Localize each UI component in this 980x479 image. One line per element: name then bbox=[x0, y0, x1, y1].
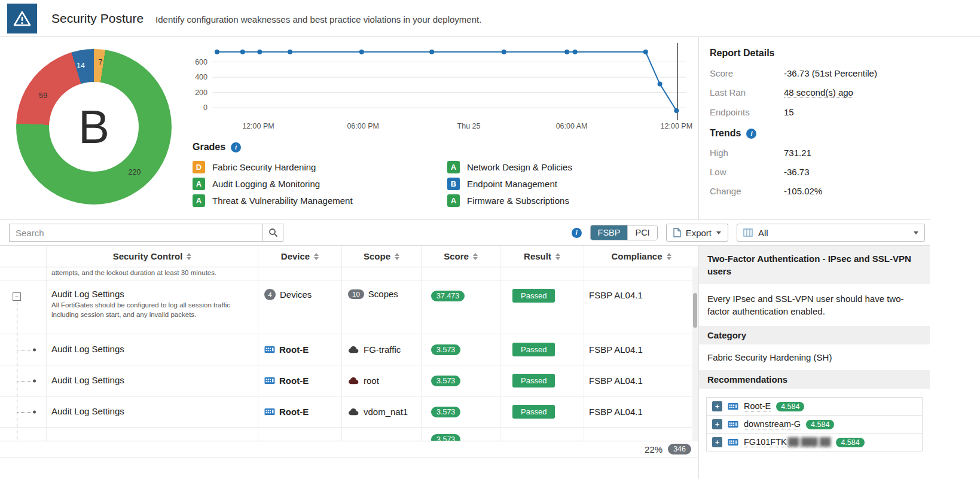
report-details-title: Report Details bbox=[710, 48, 930, 59]
tab-pci[interactable]: PCI bbox=[627, 225, 657, 240]
table-scrollbar[interactable] bbox=[692, 268, 698, 441]
grade-badge: A bbox=[193, 178, 205, 190]
sort-icon bbox=[187, 253, 191, 260]
report-detail-row: Endpoints 15 bbox=[710, 107, 930, 117]
expand-plus-icon[interactable]: + bbox=[712, 437, 722, 447]
table-header-row: Security Control Device Scope Score Resu… bbox=[0, 246, 698, 267]
svg-text:06:00 AM: 06:00 AM bbox=[556, 122, 588, 130]
search-input[interactable] bbox=[9, 224, 263, 242]
report-detail-row: Score -36.73 (51st Percentile) bbox=[710, 68, 930, 78]
control-title: Audit Log Settings bbox=[47, 280, 258, 301]
grade-label: Endpoint Management bbox=[467, 179, 557, 189]
info-icon[interactable]: i bbox=[572, 228, 582, 238]
column-label: Result bbox=[524, 251, 551, 261]
svg-text:06:00 PM: 06:00 PM bbox=[347, 122, 379, 130]
chevron-down-icon bbox=[914, 231, 918, 234]
score-pill: 3.573 bbox=[431, 344, 460, 355]
score-label: Score bbox=[710, 68, 784, 78]
column-header-scope[interactable]: Scope bbox=[342, 246, 422, 267]
grade-badge: A bbox=[447, 161, 460, 173]
score-pill: 3.573 bbox=[431, 434, 460, 441]
grade-item: A Audit Logging & Monitoring bbox=[193, 175, 447, 192]
recommendation-item[interactable]: + FG101FTK ██ ███ ██ 4.584 bbox=[707, 434, 922, 451]
export-label: Export bbox=[686, 228, 712, 238]
last-ran-value[interactable]: 48 second(s) ago bbox=[784, 87, 853, 98]
compliance-value: FSBP AL04.1 bbox=[584, 334, 698, 365]
sort-icon bbox=[314, 253, 319, 260]
recommendation-score-badge: 4.584 bbox=[806, 420, 834, 429]
info-icon[interactable]: i bbox=[231, 142, 241, 152]
endpoints-value: 15 bbox=[784, 107, 794, 117]
control-title: Audit Log Settings bbox=[47, 396, 258, 426]
compliance-value: FSBP AL04.1 bbox=[584, 396, 698, 428]
device-name: FG101FTK bbox=[744, 437, 787, 447]
total-count-badge: 346 bbox=[668, 444, 691, 454]
table-row[interactable]: Audit Log Settings Root-E FG-traffic 3.5… bbox=[0, 334, 698, 365]
recommendation-item[interactable]: + downstream-G 4.584 bbox=[707, 416, 922, 434]
table-row-partial[interactable]: 3.573 bbox=[0, 428, 698, 441]
compliance-value: FSBP AL04.1 bbox=[584, 365, 698, 396]
change-label: Change bbox=[710, 186, 784, 196]
scrollbar-thumb[interactable] bbox=[693, 293, 697, 328]
change-value: -105.02% bbox=[784, 186, 822, 196]
report-detail-row: Change -105.02% bbox=[710, 186, 930, 196]
table-row-partial[interactable]: attempts, and the lockout duration at le… bbox=[0, 267, 698, 280]
expand-plus-icon[interactable]: + bbox=[712, 401, 722, 411]
device-link[interactable]: Root-E bbox=[744, 401, 771, 411]
high-value: 731.21 bbox=[784, 148, 811, 158]
column-header-compliance[interactable]: Compliance bbox=[584, 246, 698, 267]
score-value: -36.73 (51st Percentile) bbox=[784, 68, 877, 78]
standard-toggle: FSBP PCI bbox=[590, 225, 658, 240]
scope-filter-dropdown[interactable]: All bbox=[737, 224, 925, 242]
report-detail-row: Last Ran 48 second(s) ago bbox=[710, 87, 930, 98]
detail-title: Two-Factor Authentication - IPsec and SS… bbox=[699, 246, 930, 284]
scope-name: FG-traffic bbox=[364, 344, 401, 355]
grade-label: Fabric Security Hardening bbox=[212, 162, 316, 172]
grade-item: D Fabric Security Hardening bbox=[193, 158, 447, 175]
score-trend-chart[interactable]: 020040060012:00 PM06:00 PMThu 2506:00 AM… bbox=[179, 41, 698, 133]
tree-node-dot bbox=[33, 410, 36, 413]
shown-percent: 22% bbox=[645, 444, 663, 454]
low-label: Low bbox=[710, 167, 784, 177]
collapse-row-icon[interactable]: − bbox=[13, 292, 21, 301]
result-badge: Passed bbox=[512, 374, 555, 388]
table-row[interactable]: Audit Log Settings Root-E root 3.573 Pas… bbox=[0, 365, 698, 396]
grade-label: Audit Logging & Monitoring bbox=[212, 179, 320, 189]
column-label: Device bbox=[281, 251, 310, 261]
column-header-result[interactable]: Result bbox=[500, 246, 584, 267]
grade-label: Network Design & Policies bbox=[467, 162, 572, 172]
grades-title: Grades bbox=[193, 142, 225, 152]
search-button[interactable] bbox=[263, 224, 283, 242]
expand-plus-icon[interactable]: + bbox=[712, 419, 722, 429]
table-row[interactable]: Audit Log Settings Root-E vdom_nat1 3.57… bbox=[0, 396, 698, 428]
info-icon[interactable]: i bbox=[746, 129, 756, 139]
grade-item: A Firmware & Subscriptions bbox=[447, 192, 698, 209]
overall-grade: B bbox=[78, 100, 109, 154]
grade-donut-chart[interactable]: B 7 220 59 14 bbox=[16, 49, 172, 205]
grade-badge: D bbox=[193, 161, 205, 173]
column-header-security-control[interactable]: Security Control bbox=[47, 246, 258, 267]
report-details-panel: Report Details Score -36.73 (51st Percen… bbox=[698, 37, 930, 219]
column-header-device[interactable]: Device bbox=[258, 246, 342, 267]
security-controls-table: Security Control Device Scope Score Resu… bbox=[0, 246, 698, 479]
recommendations-header: Recommendations bbox=[699, 370, 930, 389]
device-link[interactable]: FG101FTK ██ ███ ██ bbox=[744, 437, 831, 447]
column-header-score[interactable]: Score bbox=[422, 246, 500, 267]
security-posture-warning-icon bbox=[7, 4, 37, 33]
tree-node-dot bbox=[33, 379, 36, 382]
recommendation-item[interactable]: + Root-E 4.584 bbox=[707, 398, 922, 416]
result-badge: Passed bbox=[512, 343, 555, 356]
donut-center: B bbox=[49, 82, 139, 172]
tree-connector bbox=[17, 302, 17, 334]
export-button[interactable]: Export bbox=[666, 224, 728, 242]
tree-connector bbox=[17, 350, 32, 350]
device-link[interactable]: downstream-G bbox=[744, 419, 801, 429]
recommendation-score-badge: 4.584 bbox=[776, 402, 804, 411]
tab-fsbp[interactable]: FSBP bbox=[591, 225, 628, 240]
control-title: Audit Log Settings bbox=[47, 334, 258, 364]
page-header: Security Posture Identify configuration … bbox=[0, 0, 980, 37]
device-name: Root-E bbox=[279, 344, 309, 355]
filter-value: All bbox=[758, 228, 768, 238]
table-row-group[interactable]: − Audit Log Settings All FortiGates shou… bbox=[0, 280, 698, 334]
scope-name: root bbox=[364, 376, 379, 386]
